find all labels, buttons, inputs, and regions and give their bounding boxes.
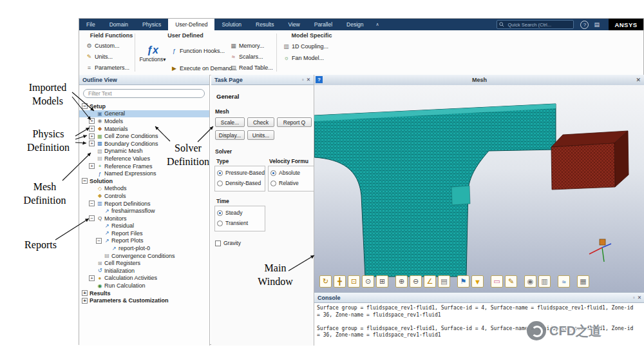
help-badge-icon[interactable]: ? (316, 76, 323, 83)
copy-screen-button[interactable]: ▤ (438, 275, 450, 288)
pan-button[interactable]: ╋ (334, 275, 346, 288)
read-table-button[interactable]: ▤ Read Table... (230, 63, 273, 72)
ribbon-tab-view[interactable]: View (281, 19, 307, 30)
expand-icon[interactable]: + (82, 298, 88, 304)
expand-icon[interactable]: + (82, 290, 88, 296)
scalars-button[interactable]: ≈ Scalars... (230, 52, 263, 61)
globe-button[interactable]: ◉ (524, 275, 536, 288)
pencil-tool-button[interactable]: ✎ (505, 275, 517, 288)
zoom-fit-button[interactable]: ⊡ (348, 275, 360, 288)
radio-icon[interactable] (270, 181, 276, 186)
tree-item-solution[interactable]: −Solution (79, 177, 209, 185)
tree-item-report-plots[interactable]: −↗Report Plots (79, 237, 209, 245)
tree-item-cell-registers[interactable]: ⊞Cell Registers (79, 259, 209, 267)
close-icon[interactable]: ✕ (636, 77, 641, 83)
notes-button[interactable]: ▥ (538, 275, 551, 288)
filter-button[interactable]: ▼ (471, 275, 484, 288)
tree-item-materials[interactable]: +◆Materials (79, 125, 209, 133)
close-icon[interactable]: ✕ (307, 77, 310, 83)
quick-search-box[interactable] (497, 20, 574, 29)
parameters-button[interactable]: ≡ Parameters... (86, 63, 129, 72)
absolute-radio[interactable]: Absolute (270, 168, 314, 178)
tree-item-residual[interactable]: ↗Residual (79, 222, 209, 230)
mesh-window-titlebar[interactable]: Mesh ✕ (314, 75, 644, 86)
zoom-in-button[interactable]: ⊕ (395, 275, 408, 288)
steady-radio[interactable]: Steady (217, 208, 263, 218)
ribbon-tab-parallel[interactable]: Parallel (307, 19, 339, 30)
transient-radio[interactable]: Transient (217, 218, 263, 228)
expand-icon[interactable]: + (89, 275, 95, 281)
expand-icon[interactable]: + (89, 126, 95, 132)
report-button[interactable]: ▦ (577, 275, 589, 288)
memory-button[interactable]: ▦ Memory... (230, 41, 264, 50)
tree-item-named-expressions[interactable]: ƒNamed Expressions (79, 170, 209, 177)
tree-item-run-calculation[interactable]: ◉Run Calculation (79, 282, 209, 289)
tree-item-results[interactable]: +Results (79, 289, 209, 297)
fan-model-button[interactable]: ☼ Fan Model... (283, 54, 324, 63)
relative-radio[interactable]: Relative (270, 178, 314, 188)
radio-icon[interactable] (217, 221, 223, 226)
expand-icon[interactable]: + (89, 141, 95, 146)
detach-icon[interactable]: ▫ (633, 295, 635, 300)
tree-item-controls[interactable]: ◆Controls (79, 192, 209, 200)
resources-icon[interactable]: ▤ (594, 21, 600, 28)
expand-icon[interactable]: + (89, 118, 95, 124)
ribbon-collapse-icon[interactable]: ∧ (371, 22, 384, 27)
tree-item-setup[interactable]: −Setup (79, 103, 209, 110)
collapse-icon[interactable]: − (89, 201, 95, 206)
detach-icon[interactable]: ▫ (302, 77, 304, 83)
report-quality-button[interactable]: Report Q (277, 117, 312, 127)
tree-item-methods[interactable]: ◇Methods (79, 185, 209, 193)
chart-button[interactable]: ≈ (558, 275, 570, 288)
ribbon-tab-results[interactable]: Results (249, 19, 281, 30)
execute-on-demand-button[interactable]: ▶ Execute on Demand... (171, 64, 237, 73)
radio-icon[interactable] (217, 181, 223, 186)
tree-item-report-definitions[interactable]: −▥Report Definitions (79, 200, 209, 208)
checkbox-icon[interactable] (215, 240, 221, 246)
collapse-icon[interactable]: − (82, 103, 88, 109)
tree-item-models[interactable]: +◉Models (79, 117, 209, 125)
eraser-button[interactable]: ▭ (491, 275, 503, 288)
expand-icon[interactable]: + (89, 163, 95, 169)
tree-item-cell-zone-conditions[interactable]: +▦Cell Zone Conditions (79, 132, 209, 140)
collapse-icon[interactable]: − (89, 215, 95, 221)
radio-icon[interactable] (217, 170, 223, 176)
flag-button[interactable]: ⚑ (457, 275, 469, 288)
tree-item-convergence-conditions[interactable]: ▤Convergence Conditions (79, 252, 209, 260)
measure-button[interactable]: ∠ (424, 275, 436, 288)
display-button[interactable]: Display... (215, 130, 245, 140)
tree-item-calculation-activities[interactable]: +●Calculation Activities (79, 275, 209, 282)
mesh-viewport[interactable] (314, 85, 644, 292)
orbit-button[interactable]: ↻ (319, 275, 332, 288)
ribbon-tab-design[interactable]: Design (339, 19, 370, 30)
ribbon-tab-file[interactable]: File (79, 19, 102, 30)
tree-item-general[interactable]: ▣General (79, 110, 209, 118)
gravity-checkbox[interactable]: Gravity (215, 240, 241, 246)
ribbon-tab-domain[interactable]: Domain (102, 19, 135, 30)
expand-icon[interactable]: + (89, 133, 95, 139)
help-icon[interactable]: ? (580, 21, 589, 29)
zoom-out-button[interactable]: ⊖ (410, 275, 422, 288)
radio-icon[interactable] (217, 210, 223, 216)
tree-item-report-plot-0[interactable]: ↗report-plot-0 (79, 244, 209, 252)
coupling-button[interactable]: ▥ 1D Coupling... (283, 42, 328, 51)
radio-icon[interactable] (270, 170, 276, 176)
collapse-icon[interactable]: − (82, 178, 88, 184)
function-hooks-button[interactable]: ƒ Function Hooks... (171, 46, 225, 55)
scale-button[interactable]: Scale... (215, 117, 245, 127)
units-button[interactable]: Units... (247, 130, 274, 140)
zoom-box-button[interactable]: ⊞ (376, 275, 388, 288)
collapse-icon[interactable]: − (96, 238, 102, 244)
ribbon-tab-physics[interactable]: Physics (135, 19, 168, 30)
tree-item-initialization[interactable]: ↺Initialization (79, 267, 209, 275)
close-icon[interactable]: ✕ (638, 295, 641, 300)
check-button[interactable]: Check (247, 117, 274, 127)
tree-item-parameters-customization[interactable]: +Parameters & Customization (79, 297, 209, 304)
functions-button[interactable]: ƒx Functions▾ (137, 35, 168, 72)
filter-input[interactable] (83, 89, 205, 98)
tree-item-freshairmassflow[interactable]: ↗freshairmassflow (79, 207, 209, 215)
ribbon-tab-user-defined[interactable]: User-Defined (168, 19, 214, 30)
ribbon-tab-solution[interactable]: Solution (214, 19, 249, 30)
pressure-based-radio[interactable]: Pressure-Based (217, 168, 263, 178)
tree-item-monitors[interactable]: −QMonitors (79, 215, 209, 222)
